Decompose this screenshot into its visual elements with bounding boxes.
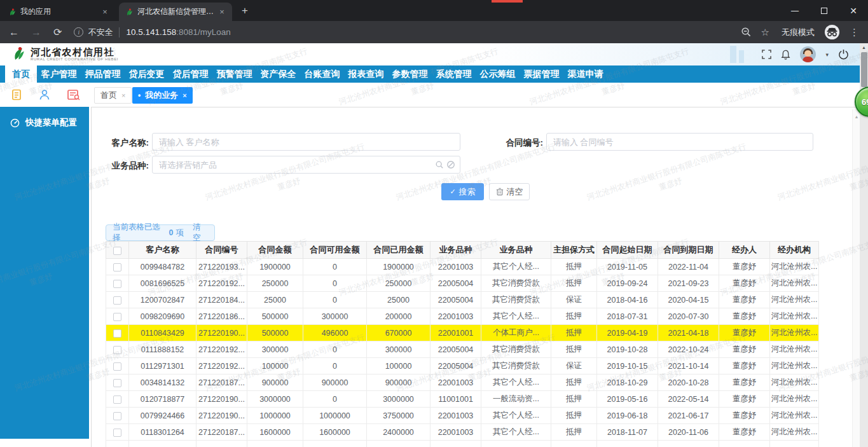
row-checkbox[interactable] bbox=[113, 296, 121, 305]
user-menu-caret-icon[interactable]: ▾ bbox=[825, 52, 829, 58]
nav-item-9[interactable]: 参数管理 bbox=[388, 65, 432, 83]
tab-close-icon[interactable]: × bbox=[217, 7, 226, 17]
security-label[interactable]: 不安全 bbox=[88, 27, 113, 38]
nav-item-11[interactable]: 公示筹组 bbox=[476, 65, 520, 83]
fullscreen-icon[interactable] bbox=[762, 50, 771, 59]
browser-tab-loan-system[interactable]: 河北农信新信贷管理系统 × bbox=[119, 3, 232, 21]
contract-link[interactable]: 271220190... bbox=[196, 408, 247, 424]
scroll-up-icon[interactable]: ▲ bbox=[860, 45, 868, 50]
contract-no-input[interactable] bbox=[546, 133, 813, 151]
contract-link[interactable]: 271220192... bbox=[196, 341, 247, 358]
table-row[interactable]: 0079924466271220190...100000010000003750… bbox=[106, 408, 819, 424]
contract-link[interactable]: 271220190... bbox=[196, 391, 247, 408]
table-cell: 100000 bbox=[367, 358, 431, 375]
row-checkbox[interactable] bbox=[113, 313, 121, 321]
product-select-input[interactable] bbox=[152, 156, 460, 174]
nav-item-6[interactable]: 资产保全 bbox=[256, 65, 300, 83]
table-cell: 个体工商户... bbox=[481, 325, 551, 341]
row-checkbox[interactable] bbox=[113, 346, 121, 354]
table-cell: 22001003 bbox=[431, 408, 481, 424]
nav-item-12[interactable]: 票据管理 bbox=[520, 65, 563, 83]
table-row[interactable]: 1200702847271220184...250000250002200500… bbox=[106, 292, 819, 308]
scroll-up-icon[interactable]: ▲ bbox=[853, 114, 860, 119]
contract-link[interactable]: 271220184... bbox=[196, 292, 247, 308]
back-icon[interactable]: ← bbox=[9, 27, 19, 38]
scrollbar-thumb[interactable] bbox=[861, 52, 867, 87]
quick-document-icon[interactable] bbox=[10, 88, 23, 101]
selection-clear-link[interactable]: 清空 bbox=[193, 222, 208, 244]
notification-bell-icon[interactable] bbox=[781, 50, 790, 60]
nav-item-2[interactable]: 押品管理 bbox=[81, 65, 125, 83]
content-scrollbar[interactable]: ▲ bbox=[852, 109, 860, 447]
page-tab-home[interactable]: 首页 × bbox=[94, 87, 132, 104]
table-row[interactable]: 0120718877271220190...300000003000000110… bbox=[106, 391, 819, 408]
table-row[interactable]: 0118301264271220187...160000016000002400… bbox=[106, 424, 819, 441]
row-checkbox[interactable] bbox=[113, 263, 121, 272]
product-clear-icon[interactable] bbox=[446, 160, 455, 169]
zoom-out-icon[interactable] bbox=[741, 27, 752, 38]
nav-item-7[interactable]: 台账查询 bbox=[300, 65, 344, 83]
row-checkbox[interactable] bbox=[113, 395, 121, 404]
quick-list-search-icon[interactable] bbox=[67, 88, 81, 101]
table-row[interactable]: 0112971301271220192...100000010000022005… bbox=[106, 358, 819, 375]
reload-icon[interactable]: ⟳ bbox=[53, 26, 62, 38]
logout-power-icon[interactable] bbox=[838, 49, 849, 60]
site-info-icon[interactable]: i bbox=[74, 27, 83, 37]
product-search-icon[interactable] bbox=[435, 160, 444, 169]
browser-tab-myapp[interactable]: 我的应用 × bbox=[2, 3, 115, 21]
table-row[interactable]: 0034814132271220187...900000900000900000… bbox=[106, 375, 819, 391]
url-host[interactable]: 10.5.141.158 bbox=[126, 27, 176, 37]
table-row[interactable]: 0098209690271220186...500000300000200000… bbox=[106, 308, 819, 325]
window-minimize-button[interactable]: — bbox=[780, 0, 809, 21]
page-tab-close-icon[interactable]: × bbox=[183, 92, 186, 99]
contract-link[interactable]: 271220186... bbox=[196, 308, 247, 325]
quick-customer-icon[interactable] bbox=[38, 88, 51, 101]
table-cell: 抵押 bbox=[551, 375, 597, 391]
row-checkbox[interactable] bbox=[113, 379, 121, 387]
window-close-button[interactable]: ✕ bbox=[839, 0, 868, 21]
nav-item-3[interactable]: 贷后变更 bbox=[125, 65, 169, 83]
tab-close-icon[interactable]: × bbox=[100, 7, 109, 17]
contract-link[interactable]: 271220193... bbox=[196, 259, 247, 275]
forward-icon[interactable]: → bbox=[31, 27, 41, 38]
nav-item-0[interactable]: 首页 bbox=[5, 65, 37, 83]
row-checkbox[interactable] bbox=[113, 362, 121, 371]
row-checkbox[interactable] bbox=[113, 280, 121, 288]
nav-item-4[interactable]: 贷后管理 bbox=[169, 65, 212, 83]
contract-link[interactable]: 271220192... bbox=[196, 275, 247, 292]
contract-link[interactable]: 271220192... bbox=[196, 358, 247, 375]
contract-link[interactable]: 271220190... bbox=[196, 325, 247, 341]
table-row[interactable]: 0111888152271220192...300000030000022005… bbox=[106, 341, 819, 358]
page-tab-mybusiness[interactable]: • 我的业务 × bbox=[132, 87, 193, 104]
bookmark-star-icon[interactable]: ☆ bbox=[761, 27, 769, 38]
clear-button[interactable]: 清空 bbox=[489, 183, 530, 200]
row-checkbox[interactable] bbox=[113, 429, 121, 437]
new-tab-button[interactable]: + bbox=[238, 4, 252, 18]
table-cell bbox=[247, 441, 303, 447]
table-row-partial bbox=[106, 441, 819, 447]
search-button[interactable]: ✓ 搜索 bbox=[441, 183, 484, 200]
browser-menu-icon[interactable]: ⋮ bbox=[850, 27, 859, 38]
nav-item-10[interactable]: 系统管理 bbox=[432, 65, 476, 83]
contract-link[interactable]: 271220187... bbox=[196, 375, 247, 391]
sidebar-item-quick-menu-config[interactable]: 快捷菜单配置 bbox=[0, 117, 89, 128]
table-row[interactable]: 0081696525271220192...250000025000022005… bbox=[106, 275, 819, 292]
nav-item-5[interactable]: 预警管理 bbox=[212, 65, 256, 83]
window-maximize-button[interactable] bbox=[809, 0, 839, 21]
url-path[interactable]: :8081/myLoan bbox=[176, 27, 231, 37]
nav-item-8[interactable]: 报表查询 bbox=[344, 65, 388, 83]
page-tab-close-icon[interactable]: × bbox=[121, 92, 125, 99]
table-row[interactable]: 0110843429271220190...500000496000670000… bbox=[106, 325, 819, 341]
nav-item-13[interactable]: 渠道申请 bbox=[563, 65, 607, 83]
maximize-icon bbox=[821, 8, 827, 14]
user-avatar[interactable] bbox=[800, 46, 816, 62]
table-row[interactable]: 0099484782271220193...190000001900000220… bbox=[106, 259, 819, 275]
customer-name-input[interactable] bbox=[152, 133, 460, 151]
row-checkbox[interactable] bbox=[113, 412, 121, 420]
row-checkbox[interactable] bbox=[113, 329, 121, 338]
table-cell: 2400000 bbox=[367, 424, 431, 441]
select-all-checkbox[interactable] bbox=[113, 247, 121, 255]
contract-link[interactable]: 271220187... bbox=[196, 424, 247, 441]
nav-item-1[interactable]: 客户管理 bbox=[37, 65, 81, 83]
col-header-5: 业务品种 bbox=[431, 242, 481, 259]
